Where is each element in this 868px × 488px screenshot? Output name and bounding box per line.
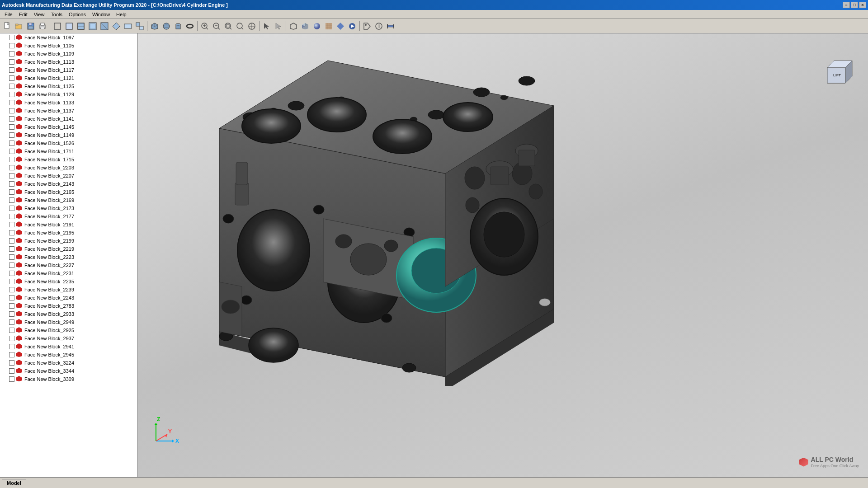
tree-item[interactable]: Face New Block_1133 <box>0 99 137 107</box>
tree-item[interactable]: Face New Block_1097 <box>0 33 137 42</box>
tree-item[interactable]: Face New Block_3224 <box>0 359 137 367</box>
minimize-button[interactable]: − <box>843 2 850 8</box>
box-select-4[interactable] <box>87 21 98 32</box>
tree-item[interactable]: Face New Block_2207 <box>0 172 137 180</box>
shade-wireframe[interactable] <box>288 21 299 32</box>
tree-item[interactable]: Face New Block_2925 <box>0 326 137 334</box>
tree-item[interactable]: Face New Block_2195 <box>0 229 137 237</box>
tree-item-checkbox[interactable] <box>9 352 14 357</box>
tree-item-checkbox[interactable] <box>9 157 14 162</box>
tree-item-checkbox[interactable] <box>9 173 14 178</box>
tree-container[interactable]: Face New Block_1097Face New Block_1105Fa… <box>0 33 137 477</box>
print-button[interactable] <box>37 21 48 32</box>
tree-item[interactable]: Face New Block_1113 <box>0 58 137 66</box>
tree-item-checkbox[interactable] <box>9 214 14 219</box>
tree-item[interactable]: Face New Block_2945 <box>0 351 137 359</box>
zoom-fit-btn[interactable] <box>223 21 234 32</box>
tree-item[interactable]: Face New Block_2143 <box>0 180 137 188</box>
tree-item-checkbox[interactable] <box>9 189 14 195</box>
tree-item-checkbox[interactable] <box>9 108 14 113</box>
tree-item[interactable]: Face New Block_2165 <box>0 188 137 196</box>
cube-tool[interactable] <box>149 21 160 32</box>
box-select-6[interactable] <box>111 21 122 32</box>
info-tag[interactable] <box>362 21 373 32</box>
tree-item[interactable]: Face New Block_2169 <box>0 196 137 204</box>
tree-item-checkbox[interactable] <box>9 67 14 73</box>
viewport-3d[interactable]: X Z Y LIFT ALL PC World <box>138 33 868 477</box>
menu-file[interactable]: File <box>2 11 15 18</box>
tree-item[interactable]: Face New Block_3309 <box>0 375 137 383</box>
tree-item[interactable]: Face New Block_2933 <box>0 310 137 318</box>
tree-item[interactable]: Face New Block_1137 <box>0 107 137 115</box>
zoom-window-btn[interactable] <box>235 21 245 32</box>
tree-item-checkbox[interactable] <box>9 246 14 252</box>
tree-item-checkbox[interactable] <box>9 279 14 284</box>
tree-item-checkbox[interactable] <box>9 43 14 48</box>
menu-options[interactable]: Options <box>66 11 89 18</box>
tree-item-checkbox[interactable] <box>9 336 14 341</box>
tree-item[interactable]: Face New Block_2937 <box>0 334 137 343</box>
tree-item[interactable]: Face New Block_1715 <box>0 155 137 164</box>
model-tab[interactable]: Model <box>2 479 26 487</box>
shade-realtime[interactable] <box>335 21 346 32</box>
zoom-out-btn[interactable] <box>211 21 222 32</box>
sphere-tool[interactable] <box>161 21 172 32</box>
tree-item[interactable]: Face New Block_1711 <box>0 147 137 155</box>
tree-item-checkbox[interactable] <box>9 263 14 268</box>
open-button[interactable] <box>14 21 24 32</box>
tree-item-checkbox[interactable] <box>9 303 14 309</box>
tree-item[interactable]: Face New Block_1121 <box>0 74 137 82</box>
close-button[interactable]: × <box>859 2 866 8</box>
tree-item[interactable]: Face New Block_2173 <box>0 204 137 212</box>
tree-item[interactable]: Face New Block_1145 <box>0 123 137 131</box>
tree-item[interactable]: Face New Block_2199 <box>0 237 137 245</box>
tree-item[interactable]: Face New Block_2219 <box>0 245 137 253</box>
new-button[interactable] <box>2 21 13 32</box>
box-select-8[interactable] <box>134 21 145 32</box>
tree-item-checkbox[interactable] <box>9 311 14 317</box>
tree-item-checkbox[interactable] <box>9 149 14 154</box>
tree-item[interactable]: Face New Block_1129 <box>0 90 137 99</box>
tree-item-checkbox[interactable] <box>9 51 14 56</box>
shade-texture[interactable] <box>323 21 334 32</box>
info-properties[interactable]: i <box>373 21 384 32</box>
tree-item[interactable]: Face New Block_1141 <box>0 115 137 123</box>
tree-item-checkbox[interactable] <box>9 254 14 260</box>
tree-item-checkbox[interactable] <box>9 287 14 292</box>
tree-item-checkbox[interactable] <box>9 328 14 333</box>
select-tool[interactable] <box>261 21 272 32</box>
tree-item[interactable]: Face New Block_2227 <box>0 261 137 269</box>
deselect-tool[interactable] <box>273 21 284 32</box>
tree-item[interactable]: Face New Block_1526 <box>0 139 137 147</box>
cylinder-tool[interactable] <box>173 21 184 32</box>
tree-item[interactable]: Face New Block_2177 <box>0 212 137 221</box>
zoom-all-btn[interactable] <box>246 21 257 32</box>
menu-window[interactable]: Window <box>90 11 113 18</box>
tree-item-checkbox[interactable] <box>9 100 14 105</box>
tree-item-checkbox[interactable] <box>9 360 14 366</box>
tree-item-checkbox[interactable] <box>9 75 14 81</box>
tree-item-checkbox[interactable] <box>9 319 14 325</box>
tree-item[interactable]: Face New Block_2239 <box>0 286 137 294</box>
tree-item-checkbox[interactable] <box>9 165 14 170</box>
tree-item-checkbox[interactable] <box>9 84 14 89</box>
menu-help[interactable]: Help <box>113 11 129 18</box>
tree-item[interactable]: Face New Block_1149 <box>0 131 137 139</box>
tree-item-checkbox[interactable] <box>9 344 14 349</box>
shade-flat[interactable] <box>300 21 311 32</box>
tree-item[interactable]: Face New Block_1109 <box>0 50 137 58</box>
tree-item[interactable]: Face New Block_2243 <box>0 294 137 302</box>
tree-item-checkbox[interactable] <box>9 295 14 300</box>
torus-tool[interactable] <box>184 21 195 32</box>
tree-item-checkbox[interactable] <box>9 141 14 146</box>
tree-item-checkbox[interactable] <box>9 230 14 235</box>
box-select-2[interactable] <box>64 21 75 32</box>
tree-item-checkbox[interactable] <box>9 132 14 138</box>
tree-item-checkbox[interactable] <box>9 271 14 276</box>
tree-item-checkbox[interactable] <box>9 35 14 40</box>
tree-item-checkbox[interactable] <box>9 238 14 244</box>
box-select-7[interactable] <box>123 21 133 32</box>
info-measure[interactable] <box>385 21 396 32</box>
tree-item[interactable]: Face New Block_2949 <box>0 318 137 326</box>
tree-item-checkbox[interactable] <box>9 206 14 211</box>
